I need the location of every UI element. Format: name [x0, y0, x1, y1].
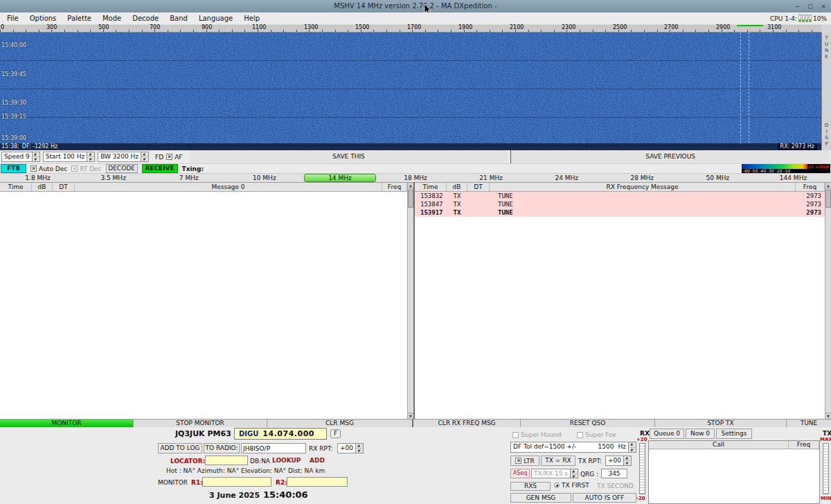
stop-tx-button[interactable]: STOP TX	[655, 420, 787, 427]
fd-label[interactable]: FD	[155, 154, 163, 161]
col-db[interactable]: dB	[32, 183, 53, 191]
band-18mhz[interactable]: 18 MHz	[377, 174, 453, 182]
af-checkbox[interactable]: ✕ AF	[166, 154, 182, 161]
menu-palette[interactable]: Palette	[62, 12, 97, 24]
aseq-button[interactable]: ASeq	[510, 469, 530, 478]
clr-rx-freq-msg-button[interactable]: CLR RX FREQ MSG	[413, 420, 521, 427]
auto-dec-checkbox[interactable]: ✕ Auto Dec	[30, 165, 67, 172]
col-dt[interactable]: DT	[467, 183, 490, 191]
rxs-button[interactable]: RXS	[510, 482, 551, 491]
monitor-button[interactable]: MONITOR	[0, 420, 134, 427]
save-this-button[interactable]: SAVE THIS	[190, 150, 508, 163]
frequency-ruler[interactable]: 0 300 500 700 900 1100 1300 1500 1700 19…	[0, 25, 821, 33]
scroll-up-icon[interactable]	[825, 183, 831, 189]
col-db[interactable]: dB	[447, 183, 467, 191]
auto-is-off-button[interactable]: AUTO IS OFF	[573, 493, 636, 503]
queue-button[interactable]: Queue 0	[650, 429, 684, 439]
speed-spinner[interactable]: Speed 9	[1, 152, 40, 162]
menu-help[interactable]: Help	[238, 12, 265, 24]
to-radio-input[interactable]	[241, 443, 306, 453]
super-hound-checkbox[interactable]: Super Hound	[512, 431, 562, 438]
rx-level-meter[interactable]	[639, 443, 645, 494]
menu-band[interactable]: Band	[164, 12, 193, 24]
waterfall-gain-slider[interactable]: TUNE DISP	[821, 33, 831, 150]
rx-table-row[interactable]: 153832 TX TUNE 2973	[415, 192, 825, 200]
lookup-button[interactable]: LOOKUP	[272, 457, 301, 464]
decode-button[interactable]: DECODE	[106, 164, 138, 173]
band-1.8mhz[interactable]: 1.8 MHz	[0, 174, 75, 182]
clr-msg-button[interactable]: CLR MSG	[267, 420, 413, 427]
qrg-value[interactable]: 345	[601, 469, 627, 478]
tx-frequency-marker[interactable]	[749, 33, 749, 143]
col-rx-frequency-message[interactable]: RX Frequency Message	[490, 183, 796, 191]
band-144mhz[interactable]: 144 MHz	[756, 174, 831, 182]
save-previous-button[interactable]: SAVE PREVIOUS	[510, 150, 830, 163]
close-icon[interactable]: ×	[819, 0, 828, 12]
spinner-arrows-icon[interactable]	[570, 469, 578, 478]
spinner-arrows-icon[interactable]	[628, 442, 636, 452]
spinner-arrows-icon[interactable]	[355, 444, 363, 453]
f-button[interactable]: F	[330, 429, 341, 438]
df-tolerance-spinner[interactable]: DF Tol def=1500 +/- 1500 Hz	[510, 442, 636, 453]
ft8-mode-button[interactable]: FT8	[1, 164, 26, 173]
r2-input[interactable]	[287, 477, 348, 487]
bandwidth-spinner[interactable]: BW 3200 Hz	[98, 152, 149, 162]
col-dt[interactable]: DT	[53, 183, 75, 191]
band-7mhz[interactable]: 7 MHz	[151, 174, 226, 182]
gen-msg-button[interactable]: GEN MSG	[510, 493, 571, 503]
minimize-icon[interactable]: −	[793, 0, 801, 12]
to-radio-button[interactable]: TO RADIO:	[204, 443, 240, 453]
col-freq[interactable]: Freq	[796, 183, 825, 191]
band-21mhz[interactable]: 21 MHz	[454, 174, 529, 182]
menu-file[interactable]: File	[1, 12, 24, 24]
rx-table-row[interactable]: 153917 TX TUNE 2973	[415, 208, 825, 217]
col-freq[interactable]: Freq	[382, 183, 407, 191]
menu-language[interactable]: Language	[193, 12, 238, 24]
menu-options[interactable]: Options	[24, 12, 62, 24]
col-freq[interactable]: Freq	[789, 441, 819, 449]
start-frequency-spinner[interactable]: Start 100 Hz	[43, 152, 95, 162]
tx-rpt-spinner[interactable]: +00	[605, 456, 632, 466]
col-message[interactable]: Message 0	[75, 183, 382, 191]
scroll-up-icon[interactable]	[408, 183, 413, 189]
stop-monitor-button[interactable]: STOP MONITOR	[134, 420, 267, 427]
tx-first-radio[interactable]: TX FIRST	[554, 482, 589, 489]
band-3.5mhz[interactable]: 3.5 MHz	[75, 174, 151, 182]
scroll-down-icon[interactable]	[825, 413, 831, 419]
r1-input[interactable]	[202, 477, 271, 487]
add-to-log-button[interactable]: ADD TO LOG	[158, 443, 202, 453]
rx-table-scrollbar[interactable]	[825, 183, 831, 419]
titlebar[interactable]: MSHV 14 MHz version 2.76.2 - MA DXpediti…	[0, 0, 831, 12]
rx-frequency-marker[interactable]	[740, 33, 741, 143]
spinner-arrows-icon[interactable]	[623, 456, 631, 465]
spinner-arrows-icon[interactable]	[141, 152, 148, 161]
band-10mhz[interactable]: 10 MHz	[226, 174, 302, 182]
decode-table-scrollbar[interactable]	[407, 183, 413, 419]
col-time[interactable]: Time	[415, 183, 447, 191]
menu-decode[interactable]: Decode	[127, 12, 164, 24]
scroll-down-icon[interactable]	[408, 413, 413, 419]
tx-level-meter[interactable]	[823, 443, 829, 494]
band-14mhz-active[interactable]: 14 MHz	[302, 174, 377, 182]
spinner-arrows-icon[interactable]	[87, 152, 94, 161]
menu-mode[interactable]: Mode	[97, 12, 127, 24]
rt-dec-checkbox[interactable]: ✕ RT Dec	[71, 165, 101, 172]
add-button[interactable]: ADD	[310, 457, 325, 464]
reset-qso-button[interactable]: RESET QSO	[521, 420, 655, 427]
radio-frequency-box[interactable]: DIGU 14.074.000	[234, 428, 327, 440]
receive-button[interactable]: RECEIVE	[142, 164, 178, 173]
txrx-period-spinner[interactable]: TX/RX 15 s	[531, 469, 578, 478]
waterfall-display[interactable]: 15:40:00 15:39:45 15:39:30 15:39:15 15:3…	[0, 33, 821, 150]
maximize-icon[interactable]: ◻	[806, 0, 814, 12]
ltr-checkbox[interactable]: ✕ LTR	[510, 456, 539, 466]
rx-rpt-spinner[interactable]: +00	[337, 443, 364, 453]
super-fox-checkbox[interactable]: Super Fox	[577, 431, 616, 438]
band-50mhz[interactable]: 50 MHz	[680, 174, 756, 182]
spinner-arrows-icon[interactable]	[32, 152, 39, 161]
tx-equals-rx-button[interactable]: TX = RX	[541, 456, 575, 466]
tx-second-radio[interactable]: TX SECOND	[597, 483, 634, 489]
band-24mhz[interactable]: 24 MHz	[529, 174, 605, 182]
tune-button[interactable]: TUNE	[787, 420, 831, 427]
now-button[interactable]: Now 0	[686, 429, 715, 439]
rx-table-row[interactable]: 153847 TX TUNE 2973	[415, 200, 825, 208]
